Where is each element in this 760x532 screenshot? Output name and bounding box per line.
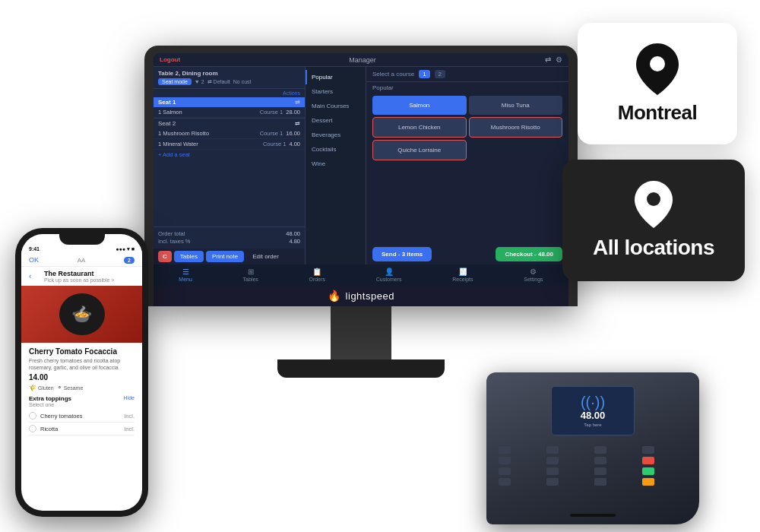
nav-orders-label: Orders [309,277,325,282]
key-3[interactable] [594,446,606,454]
phone-time: 9:41 [29,246,40,252]
actions-row: Actions [154,89,305,97]
key-1[interactable] [499,446,511,454]
monitor: Logout Manager ⇄ ⚙ Table 2, Dining room [144,46,578,378]
actions-label[interactable]: Actions [283,90,300,96]
key-4[interactable] [499,457,511,464]
key-yellow[interactable] [642,478,654,486]
pos-left-panel: Table 2, Dining room Seat mode ▼ 2 ⇄ Def… [154,67,306,264]
category-cocktails[interactable]: Cocktails [306,142,366,157]
course-2-button[interactable]: 2 [435,70,445,78]
item-price: 16.00 [286,130,300,137]
nav-menu-label: Menu [179,277,192,282]
key-7[interactable] [499,467,511,475]
order-totals: Order total 48.00 Incl. taxes % 4.80 [154,226,305,249]
nfc-icon: ((·)) [581,394,605,410]
clear-button[interactable]: C [158,251,172,262]
item-price: 28.00 [286,109,300,116]
item-name: 1 Mushroom Risotto [158,130,257,137]
nav-settings[interactable]: ⚙ Settings [524,268,543,282]
total-row: Order total 48.00 [158,230,300,237]
extras-header: Extra toppings Select one Hide [29,395,135,407]
tables-button[interactable]: Tables [174,251,204,262]
popular-section-label: Popular [366,82,568,93]
extras-subtitle: Select one [29,402,71,407]
monitor-foot [277,359,445,378]
topping-radio-1[interactable] [29,412,36,420]
menu-item-miso-tuna[interactable]: Miso Tuna [469,96,563,115]
key-5[interactable] [546,457,559,464]
key-6[interactable] [594,457,606,464]
key-9[interactable] [594,467,606,475]
course-1-button[interactable]: 1 [419,70,429,78]
print-note-button[interactable]: Print note [206,251,244,262]
pos-body: Table 2, Dining room Seat mode ▼ 2 ⇄ Def… [154,67,568,264]
settings-icon: ⚙ [556,55,562,64]
all-locations-card: All locations [562,160,745,281]
category-wine[interactable]: Wine [306,157,366,171]
topping-left-2: Ricotta [29,425,58,432]
menu-item-lemon-chicken[interactable]: Lemon Chicken [372,117,467,138]
topping-row-1: Cherry tomatoes Incl. [29,410,135,423]
item-course: Course 1 [260,130,283,137]
key-hash[interactable] [594,478,606,486]
sesame-label: Sesame [64,385,84,391]
key-2[interactable] [546,446,559,454]
topping-radio-2[interactable] [29,425,36,432]
key-confirm[interactable] [642,467,654,475]
allergen-tags: 🌾 Gluten ⚬ Sesame [29,385,135,391]
pos-items-list: 1 Salmon Course 1 28.00 Seat 2 ⇄ [154,107,305,226]
tax-row: Incl. taxes % 4.80 [158,238,300,245]
all-locations-label: All locations [593,236,714,260]
sync-icon: ⇄ [545,55,551,64]
phone-content: Cherry Tomato Focaccia Fresh cherry toma… [21,343,142,440]
restaurant-info: The Restaurant Pick up as soon as possib… [44,270,114,283]
checkout-button[interactable]: Checkout - 48.00 [496,247,562,261]
key-star[interactable] [499,478,511,486]
pos-navigation: ☰ Menu ⊞ Tables 📋 Orders 👤 [154,264,568,285]
terminal-amount: 48.00 [581,410,606,421]
key-backspace[interactable] [642,446,654,454]
food-plate: 🍲 [59,293,105,335]
nav-tables[interactable]: ⊞ Tables [243,268,258,282]
topping-name-1: Cherry tomatoes [40,413,82,420]
seat-mode-btn[interactable]: Seat mode [158,78,192,85]
hide-button[interactable]: Hide [124,395,135,407]
pos-menu-panel: Select a course 1 2 Popular Salmon Miso … [366,67,568,264]
menu-item-quiche-lorraine[interactable]: Quiche Lorraine [372,140,467,160]
category-main-courses[interactable]: Main Courses [306,99,366,113]
nav-orders[interactable]: 📋 Orders [309,268,325,282]
add-seat-button[interactable]: + Add a seat [154,150,305,160]
category-popular[interactable]: Popular [306,70,366,84]
key-cancel[interactable] [642,457,654,464]
category-dessert[interactable]: Dessert [306,113,366,128]
monitor-neck [331,306,391,359]
nav-menu[interactable]: ☰ Menu [179,268,192,282]
pos-right-actions: Send - 3 items Checkout - 48.00 [366,244,568,264]
category-beverages[interactable]: Beverages [306,128,366,142]
payment-terminal: ((·)) 48.00 Tap here [486,350,714,524]
item-course: Course 1 [263,141,286,147]
cart-badge[interactable]: 2 [124,257,135,264]
send-button[interactable]: Send - 3 items [372,247,432,261]
edit-order-button[interactable]: Edit order [246,251,285,262]
text-size-control[interactable]: AA [78,257,86,264]
key-8[interactable] [546,467,559,475]
menu-item-mushroom-risotto[interactable]: Mushroom Risotto [469,117,563,138]
logout-button[interactable]: Logout [160,56,180,63]
menu-item-salmon[interactable]: Salmon [372,96,467,115]
ok-button[interactable]: OK [29,256,39,264]
nav-receipts[interactable]: 🧾 Receipts [452,268,473,282]
back-button[interactable]: ‹ [29,272,31,280]
receipts-nav-icon: 🧾 [458,268,467,276]
menu-grid: Salmon Miso Tuna Lemon Chicken Mushroom … [366,93,568,163]
nav-customers[interactable]: 👤 Customers [376,268,402,282]
phone-status-bar: 9:41 ●●● ▾ ■ [21,245,142,254]
phone: 9:41 ●●● ▾ ■ OK AA 2 ‹ The Restaurant Pi… [15,228,148,517]
restaurant-name: The Restaurant [44,270,114,277]
customers-nav-icon: 👤 [385,268,394,276]
key-0[interactable] [546,478,559,486]
item-price: 14.00 [29,373,135,382]
category-starters[interactable]: Starters [306,84,366,99]
lightspeed-brand: 🔥 lightspeed [154,285,568,306]
